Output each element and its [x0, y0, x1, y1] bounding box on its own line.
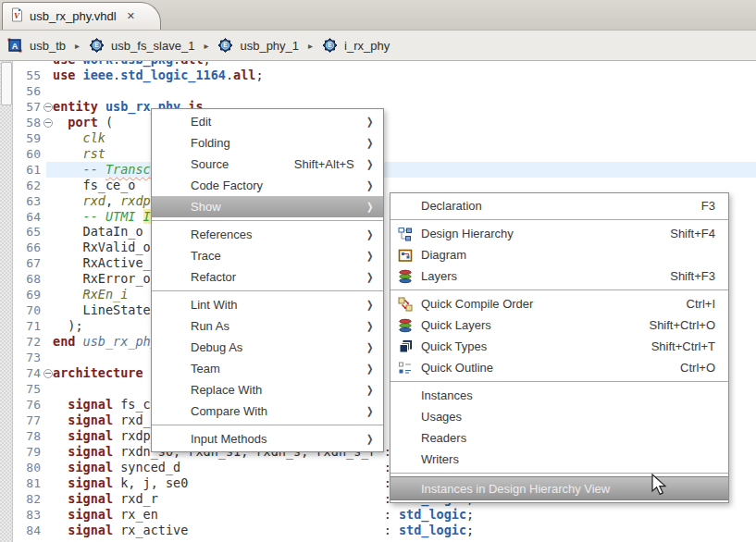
- menu-item-label: Quick Types: [421, 339, 487, 353]
- menu-item-run-as[interactable]: Run As❯: [152, 315, 383, 337]
- menu-item-label: Design Hierarchy: [421, 227, 514, 240]
- submenu-arrow-icon: ❯: [366, 299, 373, 311]
- svg-text:E: E: [224, 42, 229, 48]
- code-line-55[interactable]: 55use ieee.std_logic_1164.all;: [0, 68, 756, 83]
- menu-item-source[interactable]: SourceShift+Alt+S❯: [152, 154, 383, 175]
- menu-item-label: Quick Compile Order: [421, 297, 533, 311]
- menu-separator: [152, 290, 383, 291]
- menu-item-label: Edit: [191, 115, 211, 129]
- menu-item-usages[interactable]: Usages: [390, 406, 728, 427]
- fold-collapse-icon[interactable]: [43, 369, 53, 378]
- blank-icon: [398, 388, 416, 403]
- entity-icon: E: [89, 38, 105, 53]
- svg-text:V: V: [14, 10, 20, 19]
- line-number: 79: [12, 444, 41, 460]
- code-text: rxd, rxdp: [53, 193, 151, 209]
- menu-item-lint-with[interactable]: Lint With❯: [152, 294, 383, 315]
- breadcrumb-label: i_rx_phy: [344, 39, 390, 53]
- menu-item-instances[interactable]: Instances: [390, 385, 728, 406]
- fold-collapse-icon[interactable]: [43, 103, 53, 112]
- breadcrumb-item-usb_fs_slave_1[interactable]: Eusb_fs_slave_1: [89, 38, 194, 53]
- menu-item-team[interactable]: Team❯: [152, 358, 383, 379]
- code-line-56[interactable]: 56: [0, 83, 756, 99]
- line-number: 74: [12, 365, 41, 381]
- line-number: 60: [12, 146, 41, 162]
- menu-item-quick-outline[interactable]: Quick OutlineCtrl+O: [390, 357, 728, 378]
- breadcrumb: Ausb_tb▸Eusb_fs_slave_1▸Eusb_phy_1▸Ei_rx…: [0, 30, 756, 61]
- menu-item-label: Run As: [191, 319, 229, 333]
- fold-collapse-icon[interactable]: [43, 118, 53, 128]
- menu-item-shortcut: Shift+F4: [670, 227, 715, 240]
- menu-item-quick-types[interactable]: Quick TypesShift+Ctrl+T: [390, 336, 728, 357]
- menu-item-label: Quick Layers: [421, 318, 491, 332]
- submenu-arrow-icon: ❯: [366, 228, 373, 240]
- line-number: 57: [12, 99, 41, 115]
- menu-item-label: Folding: [191, 136, 230, 150]
- vhdl-editor-window: V usb_rx_phy.vhdl ✕ Ausb_tb▸Eusb_fs_slav…: [0, 0, 756, 542]
- code-text: DataIn_o: [53, 224, 143, 240]
- line-number: 70: [12, 302, 41, 318]
- architecture-icon: A: [7, 38, 23, 53]
- menu-item-folding[interactable]: Folding❯: [152, 132, 383, 154]
- menu-item-quick-compile-order[interactable]: Quick Compile OrderCtrl+I: [390, 293, 728, 314]
- breadcrumb-separator-icon: ▸: [204, 41, 208, 51]
- breadcrumb-label: usb_fs_slave_1: [111, 39, 194, 53]
- submenu-arrow-icon: ❯: [366, 341, 373, 353]
- breadcrumb-item-usb_tb[interactable]: Ausb_tb: [7, 38, 66, 53]
- entity-icon: E: [322, 38, 338, 53]
- menu-item-design-hierarchy[interactable]: Design HierarchyShift+F4: [390, 223, 728, 244]
- menu-item-debug-as[interactable]: Debug As❯: [152, 337, 383, 358]
- blank-icon: [398, 481, 416, 496]
- tab-usb-rx-phy[interactable]: V usb_rx_phy.vhdl ✕: [2, 2, 161, 30]
- menu-item-label: Debug As: [191, 340, 242, 354]
- menu-item-layers[interactable]: LayersShift+F3: [390, 265, 728, 287]
- menu-item-label: Declaration: [421, 199, 482, 213]
- blank-icon: [398, 452, 416, 467]
- code-line-84[interactable]: 84 signal rx_active : std_logic;: [0, 523, 756, 538]
- line-number: 64: [12, 209, 41, 225]
- code-text: LineState: [53, 302, 151, 318]
- line-number: 80: [12, 460, 41, 475]
- code-line-partial[interactable]: use work.usb_pkg.all;: [0, 61, 756, 68]
- svg-text:A: A: [12, 42, 19, 51]
- menu-item-diagram[interactable]: Diagram: [390, 244, 728, 265]
- code-text: use work.usb_pkg.all;: [53, 61, 211, 68]
- menu-item-readers[interactable]: Readers: [390, 427, 728, 449]
- left-annotation-ruler[interactable]: [0, 61, 13, 542]
- code-text: fs_ce_o: [53, 178, 135, 193]
- tab-close-icon[interactable]: ✕: [124, 9, 138, 23]
- menu-item-replace-with[interactable]: Replace With❯: [152, 379, 383, 400]
- menu-item-input-methods[interactable]: Input Methods❯: [152, 428, 383, 450]
- menu-item-compare-with[interactable]: Compare With❯: [152, 400, 383, 422]
- vhdl-file-icon: V: [10, 7, 24, 26]
- line-number: 84: [12, 523, 41, 538]
- submenu-arrow-icon: ❯: [366, 271, 373, 283]
- menu-item-refactor[interactable]: Refactor❯: [152, 266, 383, 288]
- menu-item-code-factory[interactable]: Code Factory❯: [152, 175, 383, 196]
- menu-item-quick-layers[interactable]: Quick LayersShift+Ctrl+O: [390, 314, 728, 336]
- menu-item-label: Show: [191, 200, 221, 214]
- code-text: end usb_rx_phy: [53, 334, 158, 350]
- menu-item-declaration[interactable]: DeclarationF3: [390, 195, 728, 216]
- outline-icon: [398, 361, 416, 376]
- line-number: 61: [12, 162, 41, 178]
- diagram-icon: [398, 248, 416, 263]
- menu-item-show[interactable]: Show❯: [152, 196, 383, 217]
- line-number: 83: [12, 507, 41, 523]
- breadcrumb-item-usb_phy_1[interactable]: Eusb_phy_1: [217, 38, 299, 53]
- menu-item-shortcut: Shift+Ctrl+O: [649, 318, 715, 332]
- code-line-83[interactable]: 83 signal rx_en : std_logic;: [0, 507, 756, 523]
- breadcrumb-separator-icon: ▸: [75, 41, 80, 51]
- ruler-thumb[interactable]: [1, 62, 12, 105]
- breadcrumb-item-i_rx_phy[interactable]: Ei_rx_phy: [322, 38, 390, 53]
- menu-item-writers[interactable]: Writers: [390, 449, 728, 470]
- line-number: 67: [12, 255, 41, 271]
- line-number: 76: [12, 397, 41, 413]
- menu-item-trace[interactable]: Trace❯: [152, 245, 383, 266]
- menu-item-references[interactable]: References❯: [152, 224, 383, 245]
- editor-tab-bar: V usb_rx_phy.vhdl ✕: [0, 0, 756, 31]
- breadcrumb-label: usb_tb: [30, 39, 66, 53]
- menu-item-instances-in-design-hierarchy-view[interactable]: Instances in Design Hierarchy View: [390, 476, 728, 500]
- line-number: 78: [12, 428, 41, 444]
- menu-item-edit[interactable]: Edit❯: [152, 111, 383, 132]
